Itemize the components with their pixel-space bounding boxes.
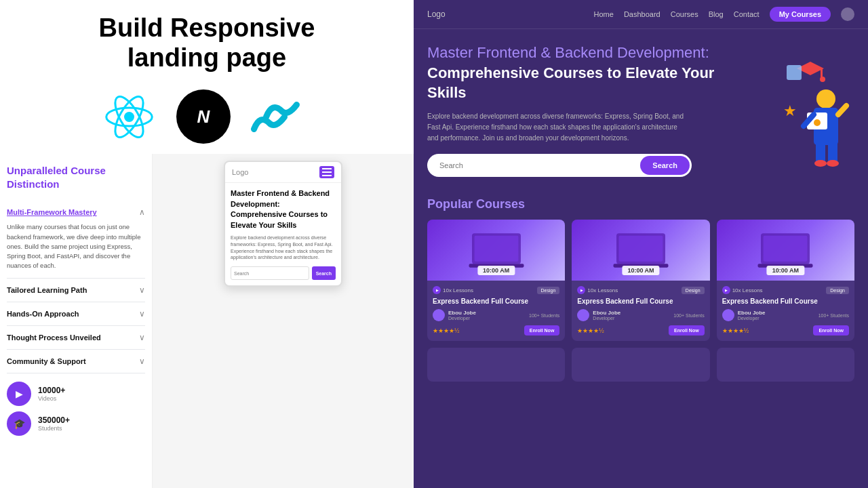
- phone-search-input[interactable]: [231, 266, 309, 280]
- accordion-arrow-2: ∨: [139, 309, 145, 319]
- sidebar-title: Unparalleled Course Distinction: [7, 164, 145, 190]
- course-thumbnail-1: 10:00 AM: [572, 220, 709, 281]
- course-title-0: Express Backend Full Course: [433, 298, 559, 305]
- course-thumbnail-0: 10:00 AM: [427, 220, 565, 281]
- hero-illustration: ★: [746, 43, 854, 177]
- courses-second-row: [427, 348, 854, 382]
- accordion-header-0[interactable]: Multi-Framework Mastery ∧: [7, 207, 145, 217]
- section-title: Popular Courses: [427, 197, 854, 211]
- accordion-label-2: Hands-On Approach: [7, 310, 79, 318]
- play-icon-0: [433, 286, 441, 294]
- nextjs-icon: N: [176, 89, 231, 144]
- nav-home[interactable]: Home: [594, 10, 614, 18]
- accordion-label-4: Community & Support: [7, 357, 86, 365]
- accordion-item-2: Hands-On Approach ∨: [7, 302, 145, 326]
- right-navbar: Logo Home Dashboard Courses Blog Contact…: [414, 0, 868, 29]
- course-stars-2: ★★★★½: [722, 327, 749, 334]
- svg-point-16: [814, 119, 821, 126]
- accordion-content-0: Unlike many courses that focus on just o…: [7, 222, 145, 270]
- mobile-preview: Logo Master Frontend & Backend Developme…: [153, 154, 414, 488]
- accordion-arrow-1: ∨: [139, 285, 145, 295]
- nav-courses[interactable]: Courses: [671, 10, 698, 18]
- author-info-0: Ebou Jobe Developer: [433, 309, 476, 321]
- course-lessons-2: 10x Lessons: [722, 286, 763, 294]
- lower-section: Unparalleled Course Distinction Multi-Fr…: [0, 154, 414, 488]
- phone-content: Master Frontend & Backend Development: C…: [225, 183, 341, 285]
- course-meta-0: 10x Lessons Design: [433, 286, 559, 294]
- phone-mockup: Logo Master Frontend & Backend Developme…: [224, 161, 342, 287]
- graduation-icon: 🎓: [7, 411, 31, 436]
- course-stars-0: ★★★★½: [433, 327, 460, 334]
- accordion-header-1[interactable]: Tailored Learning Path ∨: [7, 285, 145, 295]
- tailwind-icon: [251, 96, 312, 137]
- course-stars-1: ★★★★½: [577, 327, 604, 334]
- svg-line-18: [838, 106, 846, 115]
- stats-section: ▶ 10000+ Videos 🎓 350000+ Students: [7, 382, 145, 436]
- nav-contact[interactable]: Contact: [734, 10, 760, 18]
- stat-videos-text: 10000+ Videos: [38, 386, 65, 402]
- course-card-mini-1: [572, 348, 709, 382]
- hero-search-input[interactable]: [429, 156, 640, 175]
- phone-desc: Explore backend development across diver…: [231, 235, 336, 261]
- svg-point-14: [827, 160, 839, 167]
- course-thumbnail-2: 10:00 AM: [717, 220, 854, 281]
- author-avatar-0: [433, 309, 445, 321]
- course-tag-1: Design: [682, 287, 705, 294]
- course-card-mini-0: [427, 348, 565, 382]
- hero-search-bar: Search: [427, 154, 692, 177]
- course-author-1: Ebou Jobe Developer 100+ Students: [577, 309, 704, 321]
- course-card-mini-2: [717, 348, 854, 382]
- accordion-header-3[interactable]: Thought Process Unveiled ∨: [7, 333, 145, 342]
- stat-students-text: 350000+ Students: [38, 415, 70, 432]
- svg-rect-12: [828, 140, 837, 163]
- course-footer-1: ★★★★½ Enroll Now: [577, 325, 704, 336]
- author-avatar-1: [577, 309, 589, 321]
- course-tag-0: Design: [537, 287, 560, 294]
- course-card-1: 10:00 AM 10x Lessons Design Express Back…: [572, 220, 709, 341]
- nav-blog[interactable]: Blog: [709, 10, 724, 18]
- svg-rect-23: [619, 236, 663, 262]
- svg-rect-7: [787, 65, 802, 80]
- accordion-item-4: Community & Support ∨: [7, 350, 145, 373]
- phone-hero-title: Master Frontend & Backend Development: C…: [231, 188, 336, 230]
- accordion-label-3: Thought Process Unveiled: [7, 333, 101, 342]
- right-logo: Logo: [427, 9, 446, 19]
- play-icon-1: [577, 286, 585, 294]
- hero-section: Master Frontend & Backend Development: C…: [414, 29, 868, 187]
- enroll-button-1[interactable]: Enroll Now: [669, 325, 705, 336]
- author-info-2: Ebou Jobe Developer: [722, 309, 766, 321]
- accordion-header-2[interactable]: Hands-On Approach ∨: [7, 309, 145, 319]
- phone-search-button[interactable]: Search: [312, 266, 336, 280]
- svg-rect-26: [764, 236, 808, 262]
- phone-nav: Logo: [225, 162, 341, 183]
- enroll-button-0[interactable]: Enroll Now: [524, 325, 560, 336]
- left-panel: Build Responsive landing page N: [0, 0, 414, 488]
- accordion-item-0: Multi-Framework Mastery ∧ Unlike many co…: [7, 201, 145, 278]
- nav-dashboard[interactable]: Dashboard: [624, 10, 660, 18]
- accordion-arrow-4: ∨: [139, 357, 145, 366]
- my-courses-button[interactable]: My Courses: [770, 7, 831, 22]
- svg-text:★: ★: [783, 102, 797, 119]
- course-card-0: 10:00 AM 10x Lessons Design Express Back…: [427, 220, 565, 341]
- accordion-header-4[interactable]: Community & Support ∨: [7, 357, 145, 366]
- course-time-1: 10:00 AM: [622, 266, 659, 275]
- course-time-0: 10:00 AM: [477, 266, 515, 275]
- hero-title: Master Frontend & Backend Development: C…: [427, 43, 736, 103]
- svg-rect-20: [474, 236, 518, 262]
- top-hero: Build Responsive landing page: [0, 0, 414, 83]
- enroll-button-2[interactable]: Enroll Now: [813, 325, 849, 336]
- hero-search-button[interactable]: Search: [640, 156, 690, 175]
- phone-search: Search: [231, 266, 336, 280]
- hamburger-icon[interactable]: [319, 166, 334, 178]
- accordion-list: Multi-Framework Mastery ∧ Unlike many co…: [7, 201, 145, 373]
- tech-icons-row: N: [0, 83, 414, 154]
- accordion-arrow-0: ∧: [139, 207, 145, 217]
- author-info-1: Ebou Jobe Developer: [577, 309, 620, 321]
- stat-videos: ▶ 10000+ Videos: [7, 382, 145, 406]
- author-avatar-2: [722, 309, 734, 321]
- course-tag-2: Design: [826, 287, 849, 294]
- hero-svg-illustration: ★: [746, 55, 854, 177]
- course-info-2: 10x Lessons Design Express Backend Full …: [717, 281, 854, 341]
- course-card-2: 10:00 AM 10x Lessons Design Express Back…: [717, 220, 854, 341]
- hero-description: Explore backend development across diver…: [427, 111, 685, 144]
